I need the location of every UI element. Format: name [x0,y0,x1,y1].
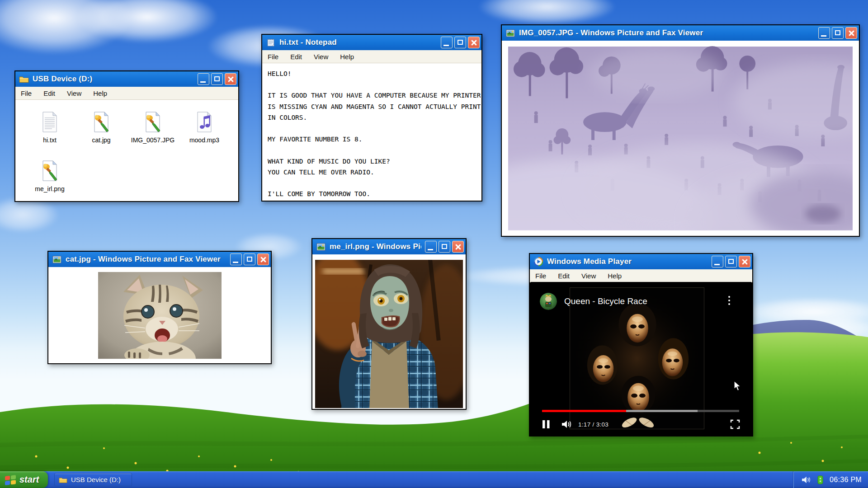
window-title: IMG_0057.JPG - Windows Picture and Fax V… [519,28,815,38]
start-button[interactable]: start [0,471,48,488]
explorer-window: USB Device (D:) File Edit View Help hi.t… [14,70,239,202]
system-tray: 06:36 PM [793,471,868,488]
notepad-titlebar[interactable]: hi.txt - Notepad [262,35,481,50]
image-file-icon [90,110,113,134]
minimize-icon[interactable] [818,27,830,39]
close-icon[interactable] [257,253,269,265]
me-irl-content [313,254,465,408]
file-hi-txt[interactable]: hi.txt [24,110,75,159]
me-irl-viewer-window: me_irl.png - Windows Picture and Fax Vie… [311,238,467,410]
file-me-irl-png[interactable]: me_irl.png [24,159,75,208]
maximize-icon[interactable] [439,241,450,253]
menu-view[interactable]: View [67,89,81,97]
maximize-icon[interactable] [454,37,466,48]
menu-help[interactable]: Help [340,53,354,61]
img0057-content [503,41,858,235]
minimize-icon[interactable] [441,37,453,48]
window-title: hi.txt - Notepad [279,38,437,47]
file-label: me_irl.png [35,186,64,192]
pause-button[interactable] [542,420,550,429]
img0057-viewer-window: IMG_0057.JPG - Windows Picture and Fax V… [501,24,860,237]
folder-icon [59,476,67,483]
close-icon[interactable] [845,27,857,39]
progress-played [542,410,626,412]
close-icon[interactable] [468,37,480,48]
maximize-icon[interactable] [832,27,844,39]
explorer-titlebar[interactable]: USB Device (D:) [15,71,238,87]
windows-flag-icon [5,474,16,485]
minimize-icon[interactable] [198,73,209,85]
audio-file-icon [193,110,216,134]
menu-file[interactable]: File [21,89,32,97]
task-label: USB Device (D:) [71,476,121,483]
window-title: Windows Media Player [547,257,708,266]
image-file-icon [141,110,165,134]
notepad-window: hi.txt - Notepad File Edit View Help HEL… [261,34,482,202]
photo-img0057 [508,46,853,230]
cat-titlebar[interactable]: cat.jpg - Windows Picture and Fax Viewer [48,252,271,267]
close-icon[interactable] [452,241,464,253]
usb-device-icon[interactable] [817,475,823,484]
explorer-menubar: File Edit View Help [15,87,238,100]
start-label: start [19,474,39,485]
photo-cat [98,272,222,359]
file-label: hi.txt [43,137,57,144]
menu-help[interactable]: Help [93,89,107,97]
channel-avatar[interactable] [540,293,557,310]
minimize-icon[interactable] [712,256,723,267]
fullscreen-icon[interactable] [730,419,740,429]
maximize-icon[interactable] [244,253,255,265]
menu-edit[interactable]: Edit [558,272,570,280]
cat-viewer-window: cat.jpg - Windows Picture and Fax Viewer [47,251,272,364]
close-icon[interactable] [739,256,750,267]
minimize-icon[interactable] [230,253,242,265]
window-title: me_irl.png - Windows Picture and Fax Vie… [330,242,421,251]
taskbar-clock[interactable]: 06:36 PM [830,476,862,484]
progress-bar[interactable] [542,410,739,412]
file-mood-mp3[interactable]: mood.mp3 [179,110,230,159]
folder-icon [19,74,29,84]
menu-view[interactable]: View [314,53,328,61]
menu-view[interactable]: View [581,272,596,280]
window-title: USB Device (D:) [33,75,194,84]
file-label: mood.mp3 [189,137,219,144]
picture-viewer-icon [316,242,326,252]
menu-edit[interactable]: Edit [290,53,302,61]
text-file-icon [38,110,61,134]
wmp-video-area: Queen - Bicycle Race 1:17 / 3:03 [531,282,751,435]
picture-viewer-icon [52,254,62,264]
image-file-icon [38,159,61,183]
notepad-text-area[interactable]: HELLO! IT IS GOOD THAT YOU HAVE A COMPUT… [263,64,481,200]
speaker-icon[interactable] [801,476,811,484]
video-title[interactable]: Queen - Bicycle Race [564,296,647,306]
notepad-icon [266,38,276,47]
me-irl-titlebar[interactable]: me_irl.png - Windows Picture and Fax Vie… [312,239,466,254]
taskbar-task-usb-device[interactable]: USB Device (D:) [54,473,132,486]
menu-file[interactable]: File [535,272,546,280]
menu-help[interactable]: Help [608,272,622,280]
picture-viewer-icon [505,28,515,38]
file-img0057-jpg[interactable]: IMG_0057.JPG [127,110,179,159]
wmp-menubar: File Edit View Help [530,269,752,282]
desktop: { "explorer": { "title": "USB Device (D:… [0,0,868,488]
maximize-icon[interactable] [725,256,737,267]
minimize-icon[interactable] [425,241,437,253]
notepad-menubar: File Edit View Help [262,50,481,63]
video-frame[interactable] [570,287,704,429]
photo-me-irl [315,260,463,408]
file-label: cat.jpg [92,137,110,144]
media-player-icon [533,257,543,267]
taskbar: start USB Device (D:) 06:36 PM [0,471,868,488]
close-icon[interactable] [225,73,236,85]
player-controls: 1:17 / 3:03 [542,414,740,435]
wmp-titlebar[interactable]: Windows Media Player [530,254,752,269]
maximize-icon[interactable] [211,73,223,85]
menu-file[interactable]: File [268,53,278,61]
volume-icon[interactable] [561,420,572,429]
kebab-menu-icon[interactable] [725,294,733,307]
file-cat-jpg[interactable]: cat.jpg [75,110,127,159]
time-display: 1:17 / 3:03 [578,421,609,428]
img0057-titlebar[interactable]: IMG_0057.JPG - Windows Picture and Fax V… [502,25,859,41]
file-label: IMG_0057.JPG [131,137,175,144]
menu-edit[interactable]: Edit [43,89,55,97]
